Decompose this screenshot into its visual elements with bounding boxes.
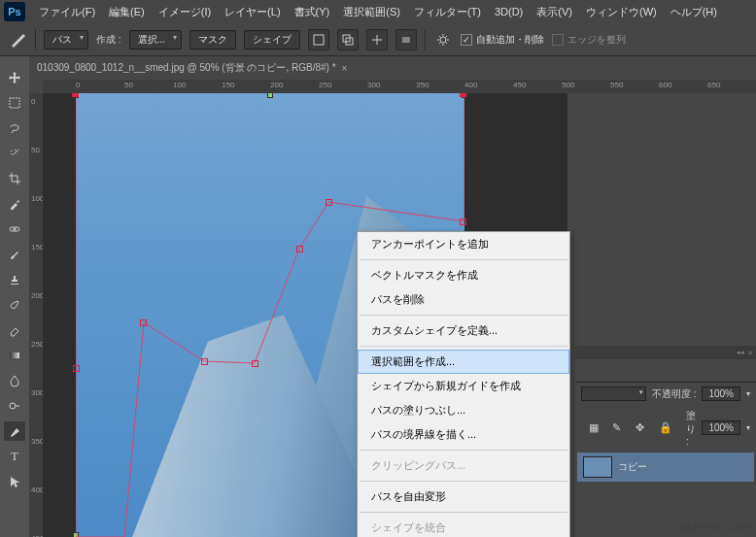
history-brush-tool[interactable]	[4, 295, 25, 315]
opacity-label: 不透明度 :	[652, 387, 697, 401]
brush-tool[interactable]	[4, 245, 25, 264]
anchor-point[interactable]	[201, 358, 208, 365]
move-tool[interactable]	[4, 68, 25, 87]
cm-define-custom-shape[interactable]: カスタムシェイプを定義...	[358, 319, 569, 343]
menu-select[interactable]: 選択範囲(S)	[337, 3, 406, 21]
mode-dropdown[interactable]: パス	[44, 30, 88, 50]
panel-header: ◂◂ ≡	[575, 346, 756, 359]
fill-label: 塗り :	[686, 409, 696, 447]
menu-view[interactable]: 表示(V)	[531, 3, 578, 21]
gear-icon[interactable]	[433, 30, 453, 50]
shape-button[interactable]: シェイプ	[244, 30, 300, 50]
eyedropper-tool[interactable]	[4, 194, 25, 214]
dodge-tool[interactable]	[4, 396, 25, 416]
lock-brush-icon[interactable]: ✎	[612, 421, 626, 435]
path-select-tool[interactable]	[4, 472, 25, 491]
anchor-point[interactable]	[72, 93, 79, 97]
stamp-tool[interactable]	[4, 270, 25, 289]
menu-layer[interactable]: レイヤー(L)	[219, 3, 286, 21]
anchor-point[interactable]	[252, 360, 258, 367]
context-menu: アンカーポイントを追加 ベクトルマスクを作成 パスを削除 カスタムシェイプを定義…	[357, 231, 570, 537]
menu-window[interactable]: ウィンドウ(W)	[580, 3, 663, 21]
pathop-icon-4[interactable]	[395, 29, 417, 50]
menu-type[interactable]: 書式(Y)	[289, 3, 336, 21]
make-button[interactable]: 選択...	[129, 30, 182, 50]
pen-tool[interactable]	[4, 421, 25, 441]
panel-tabs	[575, 359, 756, 383]
menu-edit[interactable]: 編集(E)	[103, 3, 151, 21]
menu-filter[interactable]: フィルター(T)	[408, 3, 487, 21]
anchor-point[interactable]	[296, 246, 303, 252]
opacity-value[interactable]: 100%	[702, 386, 740, 401]
layer-thumbnail	[583, 456, 612, 478]
marquee-tool[interactable]	[4, 93, 25, 113]
menu-3d[interactable]: 3D(D)	[489, 4, 529, 19]
eraser-tool[interactable]	[4, 320, 25, 340]
layers-panel: ◂◂ ≡ 不透明度 : 100% ▾ ▦ ✎ ✥ 🔒 塗り : 100% ▾ コ…	[575, 346, 756, 537]
lock-move-icon[interactable]: ✥	[636, 421, 649, 435]
gradient-tool[interactable]	[4, 346, 25, 365]
svg-rect-6	[10, 352, 19, 358]
cm-stroke-path[interactable]: パスの境界線を描く...	[358, 422, 569, 447]
anchor-point[interactable]	[140, 319, 147, 326]
cm-fill-path[interactable]: パスの塗りつぶし...	[358, 398, 569, 422]
cm-add-anchor[interactable]: アンカーポイントを追加	[358, 232, 569, 256]
layer-row[interactable]: コピー	[577, 453, 754, 482]
document-tab[interactable]: 010309_0800_1012_n__smed.jpg @ 50% (背景 の…	[29, 57, 355, 79]
svg-rect-0	[314, 35, 324, 45]
make-label: 作成 :	[96, 33, 121, 47]
blend-mode-dropdown[interactable]	[581, 386, 646, 401]
magic-wand-tool[interactable]	[4, 144, 25, 163]
pathop-icon-1[interactable]	[308, 29, 329, 50]
cm-free-transform-path[interactable]: パスを自由変形	[358, 485, 569, 509]
layer-name: コピー	[618, 460, 647, 474]
panel-menu-icon[interactable]: ≡	[748, 350, 752, 356]
cm-clipping-path: クリッピングパス...	[358, 453, 569, 478]
lock-all-icon[interactable]: 🔒	[659, 421, 672, 435]
svg-rect-4	[10, 98, 19, 108]
lasso-tool[interactable]	[4, 118, 25, 138]
close-icon[interactable]: ×	[342, 63, 348, 74]
crop-tool[interactable]	[4, 169, 25, 188]
align-edges-checkbox[interactable]: エッジを整列	[552, 33, 626, 47]
collapse-icon[interactable]: ◂◂	[737, 349, 744, 356]
align-edges-label: エッジを整列	[567, 33, 626, 47]
cm-create-vector-mask[interactable]: ベクトルマスクを作成	[358, 263, 569, 287]
anchor-point[interactable]	[326, 199, 332, 206]
lock-transparent-icon[interactable]: ▦	[589, 421, 602, 435]
cm-merge-shape: シェイプを統合	[358, 516, 569, 537]
pathop-icon-3[interactable]	[366, 29, 388, 50]
type-tool[interactable]: T	[4, 447, 25, 466]
menu-image[interactable]: イメージ(I)	[153, 3, 217, 21]
document-tab-bar: 010309_0800_1012_n__smed.jpg @ 50% (背景 の…	[29, 56, 355, 80]
svg-point-7	[10, 403, 16, 409]
auto-add-checkbox[interactable]: ✓ 自動追加・削除	[461, 33, 544, 47]
menu-help[interactable]: ヘルプ(H)	[665, 3, 723, 21]
anchor-point[interactable]	[460, 93, 466, 97]
anchor-point[interactable]	[73, 365, 80, 372]
ruler-horizontal: 0 50 100 150 200 250 300 350 400 450 500…	[43, 80, 756, 93]
cm-delete-path[interactable]: パスを削除	[358, 287, 569, 312]
app-logo: Ps	[4, 2, 25, 21]
document-tab-title: 010309_0800_1012_n__smed.jpg @ 50% (背景 の…	[37, 61, 336, 75]
healing-tool[interactable]	[4, 219, 25, 239]
pathop-icon-2[interactable]	[337, 29, 359, 50]
anchor-point[interactable]	[460, 218, 466, 225]
svg-point-3	[440, 37, 446, 43]
cm-make-selection[interactable]: 選択範囲を作成...	[358, 350, 569, 374]
fill-value[interactable]: 100%	[702, 420, 740, 435]
ruler-vertical: 0 50 100 150 200 250 300 350 400 450	[29, 93, 43, 537]
mask-button[interactable]: マスク	[189, 30, 236, 50]
blur-tool[interactable]	[4, 371, 25, 390]
pen-tool-icon	[8, 30, 27, 50]
menubar: Ps ファイル(F) 編集(E) イメージ(I) レイヤー(L) 書式(Y) 選…	[0, 0, 756, 23]
auto-add-label: 自動追加・削除	[476, 33, 544, 47]
menu-file[interactable]: ファイル(F)	[33, 3, 101, 21]
tools-panel: T	[0, 56, 29, 537]
cm-new-guide-from-shape[interactable]: シェイプから新規ガイドを作成	[358, 374, 569, 398]
options-bar: パス 作成 : 選択... マスク シェイプ ✓ 自動追加・削除 エッジを整列	[0, 23, 756, 56]
